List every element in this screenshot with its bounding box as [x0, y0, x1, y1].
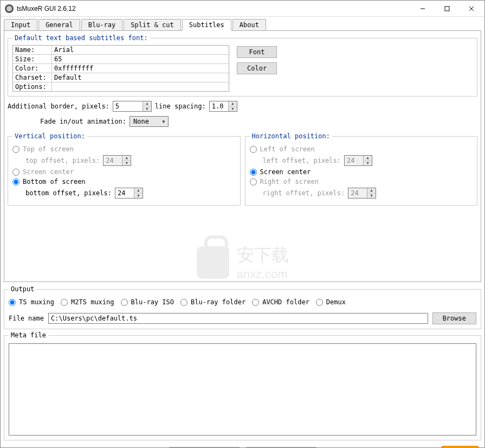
font-charset-key: Charset: — [13, 73, 52, 82]
font-groupbox: Default text based subtitles font: Name:… — [8, 34, 477, 97]
font-size-key: Size: — [13, 55, 52, 63]
vpos-center-label: Screen center — [23, 168, 74, 176]
spinner-down-icon[interactable]: ▼ — [143, 107, 151, 112]
spinner-down-icon: ▼ — [367, 194, 376, 199]
spinner-down-icon: ▼ — [364, 161, 372, 166]
meta-groupbox: Meta file — [4, 331, 481, 440]
font-options-val — [52, 82, 229, 91]
tab-about[interactable]: About — [232, 19, 266, 31]
vertical-legend: Vertical position: — [12, 132, 87, 140]
additional-border-input[interactable] — [113, 101, 143, 111]
top-offset-spinner: ▲▼ — [103, 155, 131, 166]
font-charset-val: Default — [52, 73, 229, 82]
vpos-top-label: Top of screen — [23, 145, 74, 153]
left-offset-input — [345, 156, 363, 165]
vpos-center-radio[interactable] — [12, 169, 20, 176]
minimize-button[interactable] — [410, 1, 435, 16]
line-spacing-label: line spacing: — [155, 103, 206, 110]
spinner-up-icon[interactable]: ▲ — [134, 188, 143, 194]
line-spacing-spinner[interactable]: ▲▼ — [209, 101, 237, 112]
hpos-right-label: Right of screen — [260, 178, 319, 185]
horizontal-position-group: Horizontal position: Left of screen left… — [245, 132, 478, 206]
mode-m2ts-label: M2TS muxing — [71, 298, 114, 306]
spinner-up-icon[interactable]: ▲ — [143, 101, 151, 107]
spinner-down-icon[interactable]: ▼ — [134, 194, 143, 199]
hpos-left-radio[interactable] — [250, 146, 257, 153]
right-offset-label: right offset, pixels: — [263, 189, 345, 197]
mode-demux-label: Demux — [326, 298, 346, 306]
font-name-key: Name: — [13, 46, 52, 54]
top-offset-label: top offset, pixels: — [25, 157, 100, 164]
tab-input[interactable]: Input — [4, 19, 37, 31]
font-button[interactable]: Font — [237, 46, 277, 58]
right-offset-spinner: ▲▼ — [348, 188, 376, 199]
mode-ts-label: TS muxing — [19, 298, 54, 306]
font-properties-table: Name:Arial Size:65 Color:0xffffffff Char… — [12, 45, 229, 92]
additional-border-spinner[interactable]: ▲▼ — [113, 101, 152, 112]
fade-label: Fade in/out animation: — [40, 118, 126, 125]
paypal-donate-button[interactable]: PayPal Donate — [441, 446, 479, 448]
output-legend: Output — [9, 285, 36, 293]
watermark-text-2: anxz.com — [237, 267, 289, 281]
spinner-up-icon[interactable]: ▲ — [229, 101, 237, 107]
mode-bdfolder-label: Blu-ray folder — [191, 298, 245, 306]
tab-content-subtitles: Default text based subtitles font: Name:… — [4, 30, 481, 282]
spinner-up-icon: ▲ — [122, 156, 131, 161]
svg-rect-1 — [445, 7, 449, 11]
vpos-bottom-label: Bottom of screen — [23, 178, 86, 185]
line-spacing-input[interactable] — [210, 101, 228, 111]
color-button[interactable]: Color — [237, 62, 277, 74]
top-offset-input — [104, 156, 122, 165]
mode-bdfolder-radio[interactable] — [180, 299, 187, 306]
window-title: tsMuxeR GUI 2.6.12 — [17, 5, 410, 12]
watermark-text-1: 安下载 — [237, 244, 289, 267]
mode-iso-radio[interactable] — [121, 299, 128, 306]
vpos-bottom-radio[interactable] — [12, 178, 20, 185]
mode-avchd-radio[interactable] — [252, 299, 259, 306]
meta-textarea[interactable] — [9, 343, 476, 436]
tab-bar: Input General Blu-ray Split & cut Subtit… — [1, 17, 484, 30]
tab-subtitles[interactable]: Subtitles — [182, 19, 231, 31]
vpos-top-radio[interactable] — [12, 146, 20, 153]
font-name-val: Arial — [52, 46, 229, 54]
tab-split-cut[interactable]: Split & cut — [124, 19, 180, 31]
font-color-key: Color: — [13, 64, 52, 73]
hpos-right-radio[interactable] — [250, 178, 257, 185]
fade-value: None — [130, 118, 159, 125]
spinner-down-icon: ▼ — [122, 161, 131, 166]
chevron-down-icon: ▼ — [159, 119, 168, 124]
font-size-val: 65 — [52, 55, 229, 63]
spinner-up-icon: ▲ — [364, 156, 372, 161]
tab-bluray[interactable]: Blu-ray — [81, 19, 123, 31]
bottom-offset-label: bottom offset, pixels: — [25, 189, 112, 197]
fade-combobox[interactable]: None ▼ — [130, 116, 169, 127]
hpos-center-radio[interactable] — [250, 169, 257, 176]
lock-icon — [197, 246, 229, 279]
mode-ts-radio[interactable] — [9, 299, 16, 306]
file-name-input[interactable] — [48, 313, 428, 324]
mode-iso-label: Blu-ray ISO — [131, 298, 174, 306]
bottom-offset-spinner[interactable]: ▲▼ — [115, 188, 143, 199]
bottom-offset-input[interactable] — [115, 188, 134, 198]
hpos-center-label: Screen center — [260, 168, 311, 176]
mode-avchd-label: AVCHD folder — [262, 298, 309, 306]
left-offset-label: left offset, pixels: — [263, 157, 341, 164]
browse-button[interactable]: Browse — [432, 312, 476, 324]
close-button[interactable] — [459, 1, 483, 16]
horizontal-legend: Horizontal position: — [250, 132, 333, 140]
font-group-legend: Default text based subtitles font: — [12, 34, 150, 42]
mode-demux-radio[interactable] — [316, 299, 323, 306]
file-name-label: File name — [9, 315, 44, 322]
vertical-position-group: Vertical position: Top of screen top off… — [8, 132, 241, 206]
right-offset-input — [348, 188, 367, 198]
spinner-down-icon[interactable]: ▼ — [229, 107, 237, 112]
watermark: 安下载 anxz.com — [197, 244, 289, 281]
output-groupbox: Output TS muxing M2TS muxing Blu-ray ISO… — [4, 285, 481, 329]
maximize-button[interactable] — [435, 1, 459, 16]
tab-general[interactable]: General — [38, 19, 80, 31]
spinner-up-icon: ▲ — [367, 188, 376, 194]
additional-border-label: Additional border, pixels: — [8, 103, 109, 110]
mode-m2ts-radio[interactable] — [61, 299, 68, 306]
app-icon — [5, 4, 14, 13]
bottom-bar: Start muxing Save meta file PayPal Donat… — [1, 444, 484, 448]
